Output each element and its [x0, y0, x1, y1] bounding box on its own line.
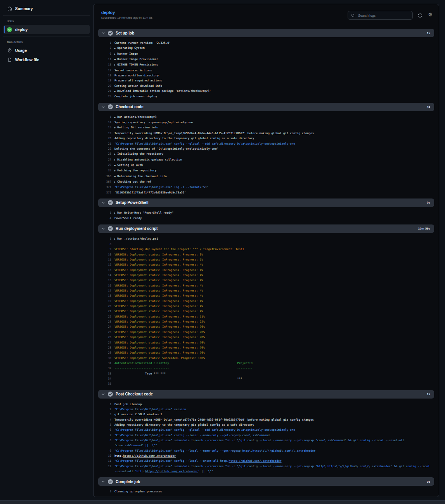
line-number[interactable]: 17 [94, 68, 111, 73]
line-number[interactable]: 2 [94, 45, 111, 51]
line-number[interactable]: 35 [94, 168, 111, 173]
line-number[interactable]: 8 [94, 438, 111, 448]
line-number[interactable]: 19 [94, 299, 111, 304]
line-number[interactable]: 18 [94, 293, 111, 298]
line-number[interactable]: 6 [94, 427, 111, 432]
expand-triangle-icon[interactable]: ▶ [114, 153, 116, 155]
line-number[interactable]: 14 [94, 273, 111, 278]
line-number[interactable]: 21 [94, 141, 111, 146]
line-number[interactable]: 23 [94, 151, 111, 157]
line-number[interactable]: 1 [94, 40, 111, 45]
line-number[interactable]: 6 [94, 51, 111, 57]
sidebar-item-workflow-file[interactable]: Workflow file [3, 55, 90, 64]
line-number[interactable]: 12 [94, 262, 111, 267]
line-number[interactable]: 9 [94, 247, 111, 252]
section-header-run-deployment-script[interactable]: Run deployment script10m 59s [98, 224, 434, 233]
expand-triangle-icon[interactable]: ▶ [114, 169, 116, 172]
line-number[interactable]: 20 [94, 83, 111, 88]
line-number[interactable]: 21 [94, 309, 111, 314]
line-number[interactable]: 20 [94, 304, 111, 309]
line-number[interactable]: 4 [94, 417, 111, 422]
expand-triangle-icon[interactable]: ▶ [114, 175, 116, 178]
line-number[interactable]: 371 [94, 185, 111, 190]
job-title-link[interactable]: deploy [101, 10, 152, 15]
line-number[interactable]: 10 [94, 453, 111, 458]
section-header-complete-job[interactable]: Complete job0s [98, 477, 434, 486]
sidebar-item-summary[interactable]: Summary [3, 4, 90, 13]
line-number[interactable]: 2 [94, 407, 111, 412]
line-number[interactable]: 22 [94, 314, 111, 319]
line-number[interactable]: 1 [94, 210, 111, 216]
line-number[interactable]: 20 [94, 136, 111, 141]
sidebar-item-usage[interactable]: Usage [3, 46, 90, 55]
line-number[interactable]: 16 [94, 283, 111, 288]
line-number[interactable]: 4 [94, 216, 111, 221]
line-number[interactable]: 13 [94, 268, 111, 273]
refresh-icon[interactable] [418, 13, 422, 18]
line-number[interactable]: 8 [94, 242, 111, 247]
line-number[interactable]: 33 [94, 371, 111, 376]
line-number[interactable]: 29 [94, 350, 111, 355]
expand-triangle-icon[interactable]: ▶ [114, 116, 116, 118]
line-number[interactable]: 31 [94, 361, 111, 366]
line-number[interactable]: 3 [94, 412, 111, 417]
expand-triangle-icon[interactable]: ▶ [114, 181, 116, 183]
line-number[interactable]: 11 [94, 458, 111, 463]
line-number[interactable]: 19 [94, 131, 111, 136]
search-logs-box[interactable] [348, 11, 413, 20]
line-number[interactable]: 30 [94, 356, 111, 361]
line-number[interactable]: 26 [94, 335, 111, 340]
line-number[interactable]: 23 [94, 319, 111, 324]
line-number[interactable]: 13 [94, 62, 111, 67]
line-number[interactable]: 32 [94, 366, 111, 371]
line-number[interactable]: 9 [94, 448, 111, 453]
line-number[interactable]: 27 [94, 157, 111, 162]
search-logs-input[interactable] [357, 13, 409, 18]
line-number[interactable]: 14 [94, 120, 111, 125]
expand-triangle-icon[interactable]: ▶ [114, 126, 116, 129]
expand-triangle-icon[interactable]: ▶ [114, 53, 116, 55]
line-number[interactable]: 17 [94, 288, 111, 293]
line-number[interactable]: 15 [94, 125, 111, 130]
gear-icon[interactable]: ⚙ [428, 12, 433, 17]
line-number[interactable]: 12 [94, 464, 111, 474]
expand-triangle-icon[interactable]: ▶ [114, 58, 116, 60]
expand-triangle-icon[interactable]: ▶ [114, 212, 116, 214]
line-number[interactable]: 24 [94, 324, 111, 329]
line-number[interactable]: 10 [94, 252, 111, 257]
expand-triangle-icon[interactable]: ▶ [114, 238, 116, 240]
line-number[interactable]: 367 [94, 179, 111, 185]
line-number[interactable]: 5 [94, 422, 111, 427]
expand-triangle-icon[interactable]: ▶ [114, 47, 116, 49]
line-number[interactable]: 22 [94, 146, 111, 151]
line-number[interactable]: 7 [94, 433, 111, 438]
line-number[interactable]: 29 [94, 162, 111, 168]
section-header-post-checkout-code[interactable]: Post Checkout code1s [98, 390, 434, 399]
line-number[interactable]: 21 [94, 88, 111, 94]
line-number[interactable]: 1 [94, 402, 111, 407]
line-number[interactable]: 372 [94, 190, 111, 195]
line-number[interactable]: 34 [94, 376, 111, 381]
line-number[interactable]: 366 [94, 174, 111, 179]
line-number[interactable]: 28 [94, 345, 111, 350]
line-number[interactable]: 1 [94, 114, 111, 120]
line-number[interactable]: 27 [94, 340, 111, 345]
expand-triangle-icon[interactable]: ▶ [114, 164, 116, 166]
line-number[interactable]: 1 [94, 236, 111, 242]
section-header-setup-powershell[interactable]: Setup PowerShell0s [98, 198, 434, 207]
line-number[interactable]: 25 [94, 94, 111, 99]
section-header-checkout-code[interactable]: Checkout code4s [98, 103, 434, 111]
line-number[interactable]: 11 [94, 57, 111, 62]
expand-triangle-icon[interactable]: ▶ [114, 64, 116, 66]
expand-triangle-icon[interactable]: ▶ [114, 159, 116, 161]
line-number[interactable]: 19 [94, 78, 111, 83]
line-number[interactable]: 15 [94, 278, 111, 283]
line-number[interactable]: 1 [94, 489, 111, 494]
line-number[interactable]: 25 [94, 330, 111, 335]
section-header-set-up-job[interactable]: Set up job1s [98, 29, 434, 37]
line-number[interactable]: 35 [94, 381, 111, 386]
expand-triangle-icon[interactable]: ▶ [114, 90, 116, 92]
sidebar-item-deploy-job[interactable]: deploy [3, 25, 90, 34]
line-number[interactable]: 18 [94, 73, 111, 78]
line-number[interactable]: 11 [94, 257, 111, 262]
